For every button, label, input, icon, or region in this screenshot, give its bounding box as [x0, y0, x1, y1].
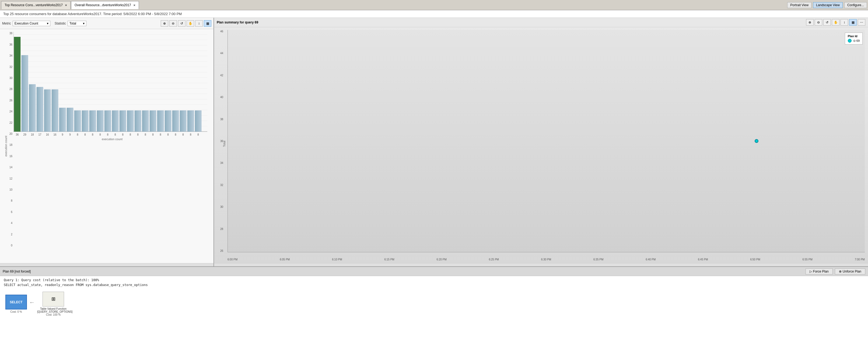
scroll-button[interactable]: ↕: [195, 20, 203, 27]
tab-1[interactable]: Top Resource Cons...ventureWorks2017 ✕: [1, 1, 70, 9]
svg-rect-40: [157, 111, 164, 132]
zoom-reset-button[interactable]: ↺: [178, 20, 186, 27]
right-panel-header: Plan summary for query 69 ⊕ ⊖ ↺ ✋ ↕ ▦ ⋯: [214, 18, 868, 27]
right-chart-wrapper: 26 28 30 32 34 36 38 40 42 44 46 Total: [214, 27, 868, 263]
svg-rect-44: [187, 111, 194, 132]
svg-rect-37: [135, 111, 141, 132]
svg-text:18: 18: [31, 133, 34, 136]
svg-text:8: 8: [115, 133, 116, 136]
svg-rect-27: [59, 108, 66, 132]
metric-label: Metric: [2, 22, 11, 25]
left-scrollbar[interactable]: [0, 263, 214, 266]
tab-bar: Top Resource Cons...ventureWorks2017 ✕ O…: [0, 0, 868, 10]
tab-2-close[interactable]: ✕: [133, 4, 135, 7]
svg-rect-43: [180, 111, 186, 132]
svg-rect-42: [172, 111, 179, 132]
sql-text: SELECT actual_state, readonly_reason FRO…: [4, 283, 864, 287]
plan-query-text: Query 1: Query cost (relative to the bat…: [0, 276, 868, 289]
right-chart-btn[interactable]: ▦: [849, 19, 857, 26]
force-plan-button[interactable]: ▷ Force Plan: [806, 269, 833, 274]
tab-2[interactable]: Overall Resource...dventureWorks2017 ✕: [71, 1, 139, 9]
statistic-dropdown[interactable]: Total ▾: [68, 21, 86, 26]
svg-rect-30: [82, 111, 88, 132]
title-text: Top 25 resource consumers for database A…: [3, 12, 182, 16]
tvf-node-cost: Cost: 100 %: [46, 313, 61, 316]
statistic-chevron: ▾: [83, 22, 85, 25]
right-panel: Plan summary for query 69 ⊕ ⊖ ↺ ✋ ↕ ▦ ⋯ …: [214, 18, 868, 266]
zoom-in-button[interactable]: ⊕: [161, 20, 168, 27]
svg-rect-22: [22, 55, 28, 132]
plan-label: Plan 69 [not forced]: [3, 270, 31, 273]
svg-text:9: 9: [62, 133, 63, 136]
tab-2-label: Overall Resource...dventureWorks2017: [74, 3, 131, 7]
right-zoom-out[interactable]: ⊖: [815, 19, 822, 26]
tvf-node-label: Table Valued Function[QUERY_STORE_OPTION…: [37, 307, 69, 313]
svg-rect-26: [52, 89, 58, 132]
query-cost-line: Query 1: Query cost (relative to the bat…: [4, 278, 864, 282]
unforce-plan-icon: ⊗: [839, 270, 842, 273]
svg-text:8: 8: [197, 133, 199, 136]
bottom-panel: Plan 69 [not forced] ▷ Force Plan ⊗ Unfo…: [0, 266, 868, 358]
svg-text:17: 17: [38, 133, 41, 136]
select-node: SELECT Cost: 0 %: [5, 295, 27, 313]
portrait-view-button[interactable]: Portrait View: [787, 2, 811, 8]
execution-plan-diagram: SELECT Cost: 0 % ← ⊞ Table Valued Functi…: [0, 289, 868, 319]
svg-text:8: 8: [77, 133, 79, 136]
svg-rect-28: [67, 108, 73, 132]
svg-text:8: 8: [145, 133, 146, 136]
right-scroll[interactable]: ↕: [841, 19, 848, 26]
svg-rect-29: [74, 111, 81, 132]
plan-header: Plan 69 [not forced] ▷ Force Plan ⊗ Unfo…: [0, 267, 868, 276]
configure-button[interactable]: Configure...: [844, 2, 867, 8]
right-zoom-in[interactable]: ⊕: [806, 19, 814, 26]
svg-text:29: 29: [23, 133, 26, 136]
svg-rect-45: [195, 111, 202, 132]
svg-text:8: 8: [182, 133, 184, 136]
svg-rect-24: [37, 87, 43, 132]
right-panel-title: Plan summary for query 69: [217, 21, 258, 24]
title-bar: Top 25 resource consumers for database A…: [0, 10, 868, 18]
pan-button[interactable]: ✋: [187, 20, 194, 27]
scatter-area: [227, 30, 865, 252]
metric-chevron: ▾: [47, 22, 49, 25]
svg-text:36: 36: [16, 133, 19, 136]
right-y-axis: 26 28 30 32 34 36 38 40 42 44 46: [214, 30, 224, 252]
svg-rect-21: [14, 37, 21, 132]
svg-text:8: 8: [175, 133, 176, 136]
select-node-cost: Cost: 0 %: [10, 310, 22, 313]
svg-text:8: 8: [92, 133, 93, 136]
tab-1-close[interactable]: ✕: [65, 4, 67, 7]
legend-item-69: ⊙ 69: [848, 39, 860, 43]
right-reset[interactable]: ↺: [823, 19, 831, 26]
right-extra[interactable]: ⋯: [858, 19, 865, 26]
legend-label-69: ⊙ 69: [853, 39, 860, 43]
svg-text:8: 8: [107, 133, 108, 136]
svg-text:8: 8: [160, 133, 161, 136]
unforce-plan-label: Unforce Plan: [843, 270, 861, 273]
svg-rect-35: [120, 111, 126, 132]
bar-chart-button[interactable]: ▦: [204, 20, 211, 27]
right-toolbar: ⊕ ⊖ ↺ ✋ ↕ ▦ ⋯: [806, 19, 865, 26]
metric-dropdown[interactable]: Execution Count ▾: [13, 21, 50, 26]
right-scrollbar[interactable]: [214, 263, 868, 266]
tvf-node: ⊞ Table Valued Function[QUERY_STORE_OPTI…: [37, 292, 69, 316]
unforce-plan-button[interactable]: ⊗ Unforce Plan: [835, 269, 865, 274]
landscape-view-button[interactable]: Landscape View: [813, 2, 843, 8]
tvf-node-box: ⊞: [42, 292, 64, 306]
svg-text:16: 16: [46, 133, 49, 136]
bar-chart-area: 0 2 4 6 8 10 12 14 16 18 20 22 24 26 28 …: [0, 29, 214, 263]
svg-text:9: 9: [69, 133, 71, 136]
y-axis-title: execution count: [4, 119, 7, 173]
zoom-out-button[interactable]: ⊖: [169, 20, 177, 27]
svg-text:8: 8: [122, 133, 124, 136]
tab-1-label: Top Resource Cons...ventureWorks2017: [5, 3, 63, 7]
plan-actions: ▷ Force Plan ⊗ Unforce Plan: [806, 269, 865, 274]
right-pan[interactable]: ✋: [832, 19, 839, 26]
svg-rect-33: [104, 111, 111, 132]
left-toolbar: Metric Execution Count ▾ Statistic Total…: [0, 18, 214, 29]
svg-rect-39: [150, 111, 156, 132]
svg-text:16: 16: [53, 133, 57, 136]
metric-value: Execution Count: [14, 22, 38, 25]
svg-rect-25: [44, 89, 51, 132]
x-axis-title: execution count: [13, 137, 211, 141]
